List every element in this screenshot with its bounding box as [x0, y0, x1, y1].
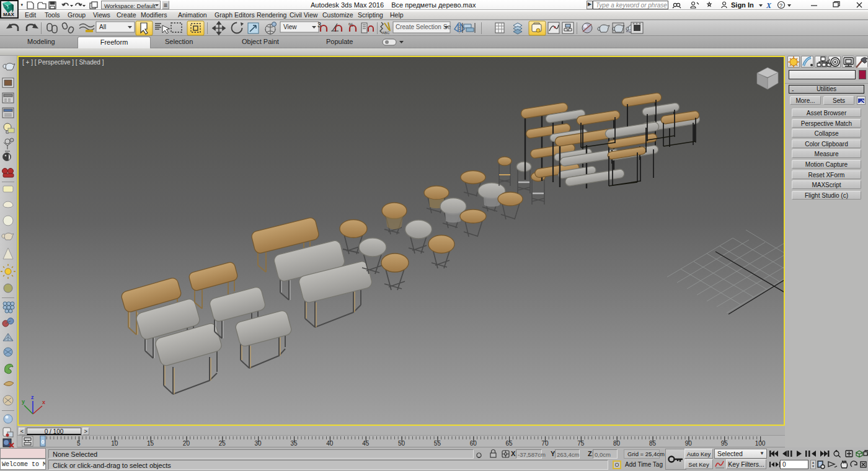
svg-text:95: 95 — [721, 440, 728, 447]
svg-text:35: 35 — [290, 440, 298, 447]
svg-text:45: 45 — [362, 440, 370, 447]
svg-text:70: 70 — [541, 440, 549, 447]
svg-text:All: All — [99, 24, 106, 30]
svg-text:View: View — [283, 24, 297, 30]
svg-text:x: x — [42, 399, 45, 405]
svg-text:100: 100 — [755, 440, 766, 447]
svg-text:25: 25 — [219, 440, 226, 447]
svg-text:65: 65 — [506, 440, 513, 447]
svg-text:80: 80 — [613, 440, 621, 447]
svg-text:55: 55 — [434, 440, 441, 447]
svg-text:40: 40 — [326, 440, 334, 447]
svg-text:30: 30 — [255, 440, 262, 447]
svg-text:0: 0 — [41, 439, 44, 445]
svg-text:90: 90 — [685, 440, 693, 447]
svg-text:Create Selection Se: Create Selection Se — [396, 24, 451, 30]
svg-text:Sign In: Sign In — [731, 1, 754, 9]
svg-text:50: 50 — [398, 440, 405, 447]
svg-text:85: 85 — [649, 440, 657, 447]
svg-text:y: y — [22, 398, 25, 405]
svg-text:75: 75 — [577, 440, 585, 447]
svg-text:?: ? — [779, 2, 782, 9]
svg-text:5: 5 — [77, 440, 81, 447]
svg-text:60: 60 — [470, 440, 477, 447]
svg-text:ABC: ABC — [382, 31, 390, 35]
svg-text:z: z — [31, 394, 34, 400]
svg-text:10: 10 — [111, 440, 118, 447]
svg-text:X: X — [766, 1, 772, 9]
svg-text:15: 15 — [147, 440, 154, 447]
svg-text:20: 20 — [183, 440, 190, 447]
